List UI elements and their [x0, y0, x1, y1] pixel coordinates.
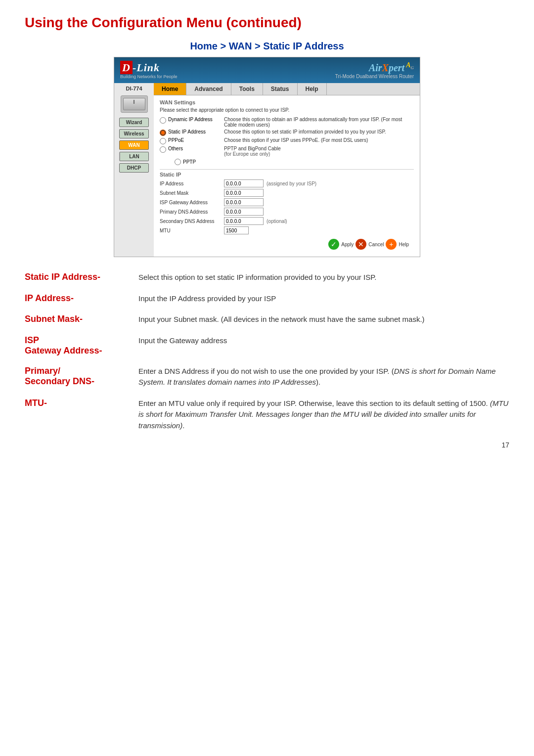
- apply-label[interactable]: Apply: [341, 242, 354, 247]
- desc-row-subnet: Subnet Mask- Input your Subnet mask. (Al…: [25, 314, 509, 325]
- wan-intro: Please select the appropriate option to …: [160, 107, 414, 113]
- dlink-logo: D-Link Building Networks for People: [120, 61, 178, 79]
- page-number: 17: [25, 441, 509, 449]
- radio-row-dynamic: Dynamic IP Address Choose this option to…: [160, 117, 414, 128]
- radio-cell-pppoe: PPPoE: [160, 137, 224, 144]
- bottom-buttons: ✓ Apply ✕ Cancel + Help: [160, 236, 414, 253]
- field-row-ip: IP Address (assigned by your ISP): [160, 179, 414, 187]
- radio-cell-others: Others: [160, 146, 224, 153]
- field-note-ip: (assigned by your ISP): [267, 181, 316, 186]
- field-row-subnet: Subnet Mask: [160, 189, 414, 197]
- dlink-logo-sub: Building Networks for People: [120, 74, 178, 79]
- radio-desc-dynamic: Choose this option to obtain an IP addre…: [224, 117, 414, 128]
- sidebar-item-wireless[interactable]: Wireless: [119, 129, 149, 138]
- radio-row-static: Static IP Address Choose this option to …: [160, 129, 414, 136]
- field-row-primary-dns: Primary DNS Address: [160, 208, 414, 216]
- radio-static-ip[interactable]: [160, 130, 166, 136]
- tab-help[interactable]: Help: [298, 83, 327, 95]
- radio-desc-static: Choose this option to set static IP info…: [224, 129, 414, 134]
- field-label-primary-dns: Primary DNS Address: [160, 209, 224, 215]
- static-ip-section: Static IP IP Address (assigned by your I…: [160, 169, 414, 234]
- router-panel: D-Link Building Networks for People AirX…: [114, 57, 420, 257]
- apply-icon[interactable]: ✓: [328, 239, 339, 250]
- tab-tools[interactable]: Tools: [231, 83, 263, 95]
- radio-row-others: Others PPTP and BigPond Cable (for Europ…: [160, 146, 414, 157]
- content-area: WAN Settings Please select the appropria…: [154, 95, 420, 257]
- radio-dynamic-ip[interactable]: [160, 117, 166, 124]
- sidebar-item-dhcp[interactable]: DHCP: [119, 163, 149, 173]
- field-label-ip: IP Address: [160, 181, 224, 186]
- field-row-gateway: ISP Gateway Address: [160, 198, 414, 206]
- desc-term-subnet: Subnet Mask-: [25, 314, 138, 324]
- secondary-dns-input[interactable]: [224, 217, 264, 225]
- desc-term-static-ip: Static IP Address-: [25, 272, 138, 282]
- device-image: [121, 95, 148, 113]
- desc-row-ip: IP Address- Input the IP Address provide…: [25, 293, 509, 305]
- wan-settings-title: WAN Settings: [160, 99, 414, 105]
- radio-row-pptp: PPTP: [175, 158, 414, 165]
- router-header: D-Link Building Networks for People AirX…: [114, 57, 420, 83]
- radio-label-dynamic: Dynamic IP Address: [168, 117, 213, 122]
- nav-tabs: Home Advanced Tools Status Help: [154, 83, 420, 95]
- device-area: DI-774 Wizard Wireless WAN LAN DHCP Home…: [114, 83, 420, 257]
- radio-cell-dynamic: Dynamic IP Address: [160, 117, 224, 124]
- help-icon[interactable]: +: [386, 239, 397, 250]
- desc-def-dns: Enter a DNS Address if you do not wish t…: [138, 366, 509, 388]
- radio-others[interactable]: [160, 146, 166, 153]
- radio-desc-others: PPTP and BigPond Cable (for Europe use o…: [224, 146, 414, 157]
- cancel-label[interactable]: Cancel: [368, 242, 384, 247]
- radio-pppoe[interactable]: [160, 138, 166, 144]
- desc-row-mtu: MTU- Enter an MTU value only if required…: [25, 398, 509, 432]
- router-subtitle: Tri-Mode Dualband Wireless Router: [335, 74, 414, 79]
- descriptions-section: Static IP Address- Select this option to…: [25, 272, 509, 431]
- device-label: DI-774: [126, 86, 142, 91]
- field-label-subnet: Subnet Mask: [160, 190, 224, 196]
- field-label-gateway: ISP Gateway Address: [160, 200, 224, 205]
- field-label-secondary-dns: Secondary DNS Address: [160, 219, 224, 224]
- desc-def-gateway: Input the Gateway address: [138, 335, 509, 347]
- help-label[interactable]: Help: [399, 242, 409, 247]
- section-header: Home > WAN > Static IP Address: [25, 41, 509, 52]
- ip-address-input[interactable]: [224, 179, 264, 187]
- desc-def-subnet: Input your Subnet mask. (All devices in …: [138, 314, 509, 325]
- desc-term-dns: Primary/ Secondary DNS-: [25, 366, 138, 387]
- static-ip-title: Static IP: [160, 169, 414, 178]
- radio-row-pppoe: PPPoE Choose this option if your ISP use…: [160, 137, 414, 144]
- radio-desc-pppoe: Choose this option if your ISP uses PPPo…: [224, 137, 414, 143]
- page-title: Using the Configuration Menu (continued): [25, 15, 509, 31]
- radio-label-others: Others: [168, 146, 183, 151]
- radio-label-pppoe: PPPoE: [168, 137, 184, 143]
- device-image-inner: [123, 98, 145, 110]
- desc-def-static-ip: Select this option to set static IP info…: [138, 272, 509, 283]
- sidebar-item-lan[interactable]: LAN: [119, 152, 149, 161]
- gateway-address-input[interactable]: [224, 198, 264, 206]
- desc-term-ip: IP Address-: [25, 293, 138, 304]
- tab-status[interactable]: Status: [263, 83, 298, 95]
- primary-dns-input[interactable]: [224, 208, 264, 216]
- radio-options: Dynamic IP Address Choose this option to…: [160, 117, 414, 165]
- field-row-mtu: MTU: [160, 226, 414, 234]
- tab-advanced[interactable]: Advanced: [186, 83, 231, 95]
- field-label-mtu: MTU: [160, 228, 224, 233]
- radio-label-pptp: PPTP: [183, 159, 196, 165]
- mtu-input[interactable]: [224, 226, 249, 234]
- field-note-secondary-dns: (optional): [267, 219, 287, 224]
- desc-term-mtu: MTU-: [25, 398, 138, 408]
- desc-row-dns: Primary/ Secondary DNS- Enter a DNS Addr…: [25, 366, 509, 388]
- sidebar-item-wizard[interactable]: Wizard: [119, 118, 149, 127]
- main-content: Home Advanced Tools Status Help WAN Sett…: [154, 83, 420, 257]
- radio-pptp[interactable]: [175, 159, 181, 165]
- radio-cell-static: Static IP Address: [160, 129, 224, 136]
- field-row-secondary-dns: Secondary DNS Address (optional): [160, 217, 414, 225]
- cancel-icon[interactable]: ✕: [356, 239, 366, 250]
- desc-def-mtu: Enter an MTU value only if required by y…: [138, 398, 509, 432]
- tab-home[interactable]: Home: [154, 83, 186, 95]
- radio-label-static: Static IP Address: [168, 129, 206, 134]
- desc-term-gateway: ISP Gateway Address-: [25, 335, 138, 356]
- desc-row-gateway: ISP Gateway Address- Input the Gateway a…: [25, 335, 509, 356]
- airxpert-logo: AirXpert AG Tri-Mode Dualband Wireless R…: [335, 61, 414, 79]
- subnet-mask-input[interactable]: [224, 189, 264, 197]
- desc-def-ip: Input the IP Address provided by your IS…: [138, 293, 509, 305]
- dlink-logo-text: D-Link: [120, 61, 178, 74]
- sidebar-item-wan[interactable]: WAN: [119, 140, 149, 150]
